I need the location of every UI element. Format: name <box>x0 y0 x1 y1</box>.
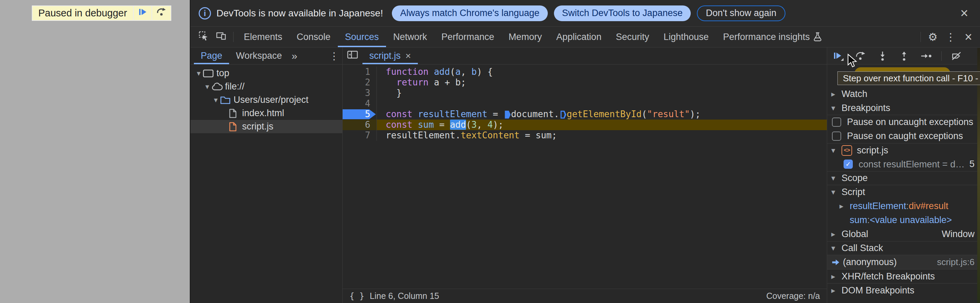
navigator-tab-page[interactable]: Page <box>194 48 229 64</box>
more-tabs-chevron-icon[interactable]: » <box>289 48 299 64</box>
more-options-button[interactable]: ⋮ <box>942 27 959 47</box>
triangle-right-icon[interactable]: ▸ <box>831 230 842 239</box>
resume-script-button[interactable] <box>133 6 151 20</box>
step-over-button-badge[interactable] <box>151 6 171 20</box>
section-title: Breakpoints <box>842 103 891 113</box>
line-number-7[interactable]: 7 <box>343 130 377 141</box>
tab-elements[interactable]: Elements <box>237 27 290 47</box>
code-line-6: 6const sum = add(3, 4); <box>343 119 827 130</box>
checkbox-row-pause-on-uncaught-exceptions[interactable]: Pause on uncaught exceptions <box>827 115 980 129</box>
tree-item-file[interactable]: ▾file:// <box>191 80 342 93</box>
triangle-down-icon[interactable]: ▾ <box>831 173 842 183</box>
section-title: Scope <box>842 173 868 184</box>
tab-application[interactable]: Application <box>549 27 609 47</box>
triangle-right-icon[interactable]: ▸ <box>831 286 842 295</box>
step-into-button[interactable] <box>877 51 888 61</box>
checkbox[interactable] <box>832 117 841 127</box>
tree-item-top[interactable]: ▾top <box>191 67 342 80</box>
infobar-close-button[interactable]: × <box>956 5 972 21</box>
tree-item-script-js[interactable]: script.js <box>191 120 342 133</box>
device-toolbar-button[interactable] <box>212 27 230 47</box>
step-button[interactable] <box>921 51 932 61</box>
triangle-down-icon[interactable]: ▾ <box>831 244 842 253</box>
call-frame-anonymous[interactable]: (anonymous)script.js:6 <box>827 255 980 269</box>
navigator-tab-workspace[interactable]: Workspace <box>229 48 289 64</box>
panel-tabs: ElementsConsoleSourcesNetworkPerformance… <box>237 27 829 47</box>
tab-security[interactable]: Security <box>609 27 657 47</box>
tab-sources[interactable]: Sources <box>338 27 386 47</box>
scope-global-row[interactable]: ▸GlobalWindow <box>827 227 980 241</box>
tab-performance[interactable]: Performance <box>434 27 502 47</box>
section-title: DOM Breakpoints <box>842 285 914 296</box>
frame-icon <box>203 69 216 78</box>
breakpoint-group-script-js[interactable]: ▾<>script.js <box>827 143 980 157</box>
triangle-down-icon[interactable]: ▾ <box>831 146 842 155</box>
tab-label: Performance insights <box>723 32 810 42</box>
resume-button[interactable] <box>833 51 844 61</box>
line-number-5[interactable]: 5 <box>343 109 377 119</box>
tab-network[interactable]: Network <box>386 27 434 47</box>
triangle-right-icon[interactable]: ▸ <box>831 89 842 99</box>
code-line-content: function add(a, b) { <box>377 67 827 77</box>
deactivate-breakpoints-icon <box>951 51 962 61</box>
code-editor[interactable]: 1function add(a, b) {2 return a + b;3 }4… <box>343 65 827 289</box>
editor-tab-script-js[interactable]: script.js × <box>363 48 418 64</box>
pretty-print-icon[interactable]: { } <box>350 291 364 301</box>
section-header-dom-breakpoints[interactable]: ▸DOM Breakpoints <box>827 283 980 297</box>
checkbox-row-pause-on-caught-exceptions[interactable]: Pause on caught exceptions <box>827 129 980 143</box>
debugger-sections: ▸Watch▾BreakpointsPause on uncaught exce… <box>827 65 980 303</box>
breakpoint-checkbox[interactable]: ✓ <box>843 160 853 169</box>
tree-item-index-html[interactable]: index.html <box>191 106 342 120</box>
tab-console[interactable]: Console <box>290 27 338 47</box>
inline-breakpoint-marker-icon[interactable] <box>560 111 566 119</box>
call-frame-location: script.js:6 <box>937 257 975 268</box>
switch-devtools-to-japanese-button[interactable]: Switch DevTools to Japanese <box>554 5 691 21</box>
settings-button[interactable]: ⚙ <box>924 27 942 47</box>
section-header-script[interactable]: ▾Script <box>827 185 980 199</box>
tab-lighthouse[interactable]: Lighthouse <box>656 27 716 47</box>
expander-icon[interactable]: ▾ <box>194 69 203 78</box>
expander-icon[interactable]: ▾ <box>203 82 211 91</box>
scope-variable-resultelement[interactable]: ▸resultElement: div#result <box>827 199 980 213</box>
triangle-right-icon[interactable]: ▸ <box>831 272 842 281</box>
section-header-watch[interactable]: ▸Watch <box>827 87 980 101</box>
checkbox[interactable] <box>832 132 841 141</box>
breakpoint-entry[interactable]: ✓const resultElement = doc⋯5 <box>827 157 980 171</box>
line-number-1[interactable]: 1 <box>343 67 377 77</box>
inline-breakpoint-marker-icon[interactable] <box>505 111 511 119</box>
tab-memory[interactable]: Memory <box>501 27 549 47</box>
close-devtools-button[interactable]: × <box>959 27 977 47</box>
close-tab-icon[interactable]: × <box>406 51 411 62</box>
code-line-5: 5const resultElement = document.getEleme… <box>343 109 827 119</box>
line-number-2[interactable]: 2 <box>343 77 377 88</box>
tab-performance-insights[interactable]: Performance insights <box>716 27 830 47</box>
current-line-marker <box>343 109 376 119</box>
always-match-chrome-s-language-button[interactable]: Always match Chrome's language <box>392 5 547 21</box>
code-line-content: } <box>377 88 827 98</box>
section-header-xhr-fetch-breakpoints[interactable]: ▸XHR/fetch Breakpoints <box>827 269 980 283</box>
triangle-down-icon[interactable]: ▾ <box>831 187 842 197</box>
line-number-3[interactable]: 3 <box>343 88 377 98</box>
deactivate-breakpoints-button[interactable] <box>951 51 962 61</box>
line-number-6[interactable]: 6 <box>343 119 377 130</box>
section-header-call-stack[interactable]: ▾Call Stack <box>827 241 980 255</box>
scope-variable-sum[interactable]: sum: <value unavailable> <box>827 213 980 227</box>
devtools-toolbar: ElementsConsoleSourcesNetworkPerformance… <box>191 27 980 48</box>
file-js-icon <box>228 122 242 132</box>
don-t-show-again-button[interactable]: Don't show again <box>697 5 785 21</box>
expander-icon[interactable]: ▾ <box>212 96 220 105</box>
code-line-content: resultElement.textContent = sum; <box>377 130 827 141</box>
triangle-down-icon[interactable]: ▾ <box>831 103 842 113</box>
section-header-scope[interactable]: ▾Scope <box>827 171 980 185</box>
variable-name: sum <box>850 215 867 225</box>
tree-item-users-user-project[interactable]: ▾Users/user/project <box>191 93 342 106</box>
triangle-right-icon[interactable]: ▸ <box>840 201 850 211</box>
info-icon: i <box>199 7 211 19</box>
inspect-element-button[interactable] <box>194 27 212 47</box>
breakpoint-snippet: const resultElement = doc⋯ <box>859 159 965 170</box>
navigator-menu-button[interactable]: ⋮ <box>326 48 342 64</box>
step-out-button[interactable] <box>899 51 909 61</box>
line-number-4[interactable]: 4 <box>343 98 377 109</box>
toggle-navigator-button[interactable] <box>343 48 363 64</box>
section-header-breakpoints[interactable]: ▾Breakpoints <box>827 101 980 115</box>
